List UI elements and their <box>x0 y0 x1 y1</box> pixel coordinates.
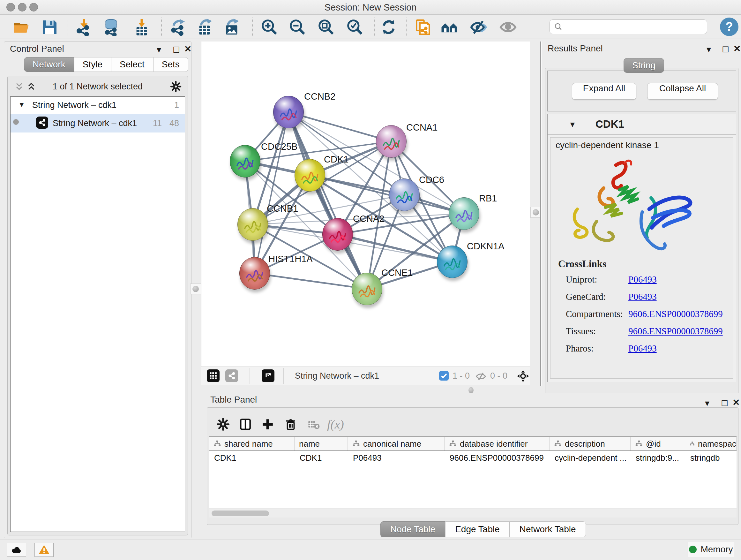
network-collection-row[interactable]: ▼ String Network – cdk1 1 <box>10 97 185 114</box>
crosslink-value-link[interactable]: 9606.ENSP00000378699 <box>628 309 723 319</box>
create-column-button[interactable] <box>259 415 277 433</box>
protein-header-row[interactable]: ▼ CDK1 <box>548 114 736 135</box>
table-cell[interactable]: cyclin-dependent ... <box>549 451 630 464</box>
title-bar: Session: New Session <box>0 0 741 15</box>
search-field[interactable] <box>549 19 707 34</box>
collapse-panel-icon[interactable]: ▾ <box>705 398 710 408</box>
table-cell[interactable]: 9606.ENSP00000378699 <box>445 451 549 464</box>
hide-selected-button[interactable] <box>469 17 488 37</box>
column-header-database-identifier[interactable]: database identifier <box>445 437 549 450</box>
tree-expand-icon[interactable]: ▼ <box>18 101 25 109</box>
crosslink-value-link[interactable]: 9606.ENSP00000378699 <box>628 326 723 336</box>
export-table-button[interactable] <box>195 17 214 37</box>
column-header-name[interactable]: name <box>294 437 348 450</box>
zoom-fit-button[interactable] <box>317 17 336 37</box>
network-node-cdc25b[interactable] <box>230 145 260 178</box>
network-node-ccnb1[interactable] <box>238 208 268 241</box>
collapse-section-icon[interactable]: ▼ <box>569 120 576 129</box>
float-panel-icon[interactable]: ◻ <box>721 397 728 408</box>
crosslink-value-link[interactable]: P06493 <box>628 274 657 285</box>
network-node-cdkn1a[interactable] <box>437 246 468 278</box>
column-header-description[interactable]: description <box>549 437 630 450</box>
select-columns-button[interactable] <box>237 415 254 433</box>
scrollbar-thumb[interactable] <box>212 510 269 516</box>
gear-icon[interactable] <box>170 80 182 92</box>
cloud-button[interactable] <box>7 543 26 557</box>
table-cell[interactable]: CDK1 <box>294 451 348 464</box>
expand-all-button[interactable]: Expand All <box>572 83 636 100</box>
column-header-@id[interactable]: @id <box>630 437 685 450</box>
network-edge[interactable] <box>255 112 288 273</box>
selected-checkbox[interactable] <box>439 371 449 381</box>
delete-column-button[interactable] <box>282 415 300 433</box>
tab-sets[interactable]: Sets <box>153 57 188 72</box>
network-node-ccne1[interactable] <box>352 273 382 305</box>
show-overview-button[interactable] <box>440 17 459 37</box>
table-cell[interactable]: stringdb:9... <box>630 451 685 464</box>
tab-select[interactable]: Select <box>111 57 153 72</box>
zoom-selected-button[interactable] <box>345 17 364 37</box>
close-panel-icon[interactable]: ✕ <box>184 44 192 54</box>
network-share-button[interactable] <box>225 369 238 382</box>
column-header-canonical-name[interactable]: canonical name <box>348 437 445 450</box>
table-row[interactable]: CDK1CDK1P064939606.ENSP00000378699cyclin… <box>209 451 737 464</box>
crosslink-value-link[interactable]: P06493 <box>628 343 657 354</box>
network-node-cdc6[interactable] <box>389 179 420 211</box>
column-header-shared-name[interactable]: shared name <box>209 437 294 450</box>
help-button[interactable]: ? <box>720 17 738 36</box>
export-image-button[interactable] <box>222 17 241 37</box>
table-hscrollbar[interactable] <box>209 509 737 517</box>
show-all-button[interactable] <box>498 17 518 37</box>
tab-string[interactable]: String <box>623 58 664 73</box>
network-node-rb1[interactable] <box>449 197 479 230</box>
table-cell[interactable]: stringdb <box>685 451 737 464</box>
float-panel-icon[interactable]: ◻ <box>173 44 180 54</box>
table-cell[interactable]: CDK1 <box>209 451 294 464</box>
table-cell[interactable]: P06493 <box>348 451 445 464</box>
left-splitter-handle[interactable] <box>190 284 201 294</box>
network-node-cdk1[interactable] <box>294 159 325 192</box>
tab-network-table[interactable]: Network Table <box>510 521 586 537</box>
network-node-hist1h1a[interactable] <box>239 257 270 290</box>
tab-node-table[interactable]: Node Table <box>381 521 445 537</box>
network-edge[interactable] <box>255 273 367 289</box>
clone-network-button[interactable] <box>413 17 432 37</box>
right-splitter-handle[interactable] <box>530 207 541 218</box>
save-session-button[interactable] <box>40 17 59 37</box>
network-node-ccna1[interactable] <box>376 125 407 158</box>
zoom-in-button[interactable] <box>260 17 279 37</box>
refresh-button[interactable] <box>379 17 398 37</box>
crosslink-value-link[interactable]: P06493 <box>628 292 657 302</box>
collapse-panel-icon[interactable]: ▾ <box>706 44 711 55</box>
horizontal-splitter-handle[interactable] <box>468 387 474 393</box>
tab-edge-table[interactable]: Edge Table <box>445 521 510 537</box>
function-builder-button[interactable]: f(x) <box>327 415 344 433</box>
column-header-namespac[interactable]: namespac <box>685 437 737 450</box>
fit-content-icon[interactable] <box>516 369 530 383</box>
export-network-button[interactable] <box>169 17 188 37</box>
import-network-database-button[interactable] <box>102 17 121 37</box>
tab-network[interactable]: Network <box>24 57 74 72</box>
tab-style[interactable]: Style <box>74 57 111 72</box>
network-row[interactable]: String Network – cdk1 11 48 <box>10 114 185 132</box>
open-in-window-button[interactable] <box>262 369 274 382</box>
warnings-button[interactable] <box>35 543 54 557</box>
memory-button[interactable]: Memory <box>687 542 735 557</box>
float-panel-icon[interactable]: ◻ <box>722 44 729 54</box>
search-input[interactable] <box>563 22 707 32</box>
folder-open-icon <box>12 18 30 36</box>
network-node-ccnb2[interactable] <box>273 96 304 128</box>
import-table-button[interactable] <box>132 17 151 37</box>
collapse-panel-icon[interactable]: ▾ <box>157 44 161 55</box>
zoom-out-button[interactable] <box>288 17 307 37</box>
birdseye-grid-button[interactable] <box>207 369 219 382</box>
close-panel-icon[interactable]: ✕ <box>733 44 741 54</box>
table-settings-button[interactable] <box>214 415 232 433</box>
collapse-all-button[interactable]: Collapse All <box>647 83 718 100</box>
import-network-file-button[interactable] <box>74 17 93 37</box>
delete-table-button[interactable] <box>305 415 323 433</box>
network-node-ccna2[interactable] <box>322 218 353 251</box>
open-session-button[interactable] <box>11 17 30 37</box>
network-canvas[interactable]: CCNB2CCNA1CDC25BCDK1CDC6RB1CCNB1CCNA2CDK… <box>201 42 530 367</box>
close-panel-icon[interactable]: ✕ <box>732 397 740 408</box>
